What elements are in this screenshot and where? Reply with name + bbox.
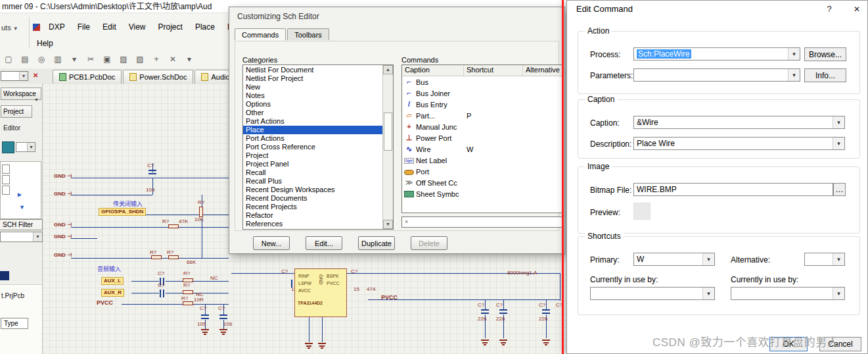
schematic-label: GND	[54, 191, 72, 197]
category-item-options[interactable]: Options	[243, 100, 383, 109]
scroll-down-icon[interactable]: ▼	[383, 220, 393, 229]
tab-commands[interactable]: Commands	[235, 28, 286, 40]
category-item-part-actions[interactable]: Part Actions	[243, 117, 383, 126]
preview-label: Preview:	[590, 208, 620, 217]
category-item-notes[interactable]: Notes	[243, 91, 383, 100]
schematic-label: C?	[147, 163, 154, 169]
bitmap-file-input[interactable]: WIRE.BMP	[633, 183, 833, 196]
bus-joiner-icon	[404, 89, 414, 97]
schematic-label: PVCC	[97, 299, 113, 306]
commands-label: Commands	[401, 56, 438, 64]
bitmap-file-value: WIRE.BMP	[637, 185, 677, 194]
dialog-tabs: CommandsToolbars	[235, 28, 331, 40]
browse-file-button[interactable]: …	[833, 183, 846, 196]
wire-segment	[71, 238, 97, 239]
wire-segment	[179, 258, 229, 259]
description-combo[interactable]: Place Wire	[633, 137, 845, 150]
schematic-label: 106	[223, 321, 232, 328]
command-row-port[interactable]: Port	[402, 166, 562, 177]
primary-shortcut-combo[interactable]: W	[633, 253, 715, 266]
command-row-bus[interactable]: Bus	[402, 76, 562, 88]
category-item-recent-projects[interactable]: Recent Projects	[243, 203, 383, 211]
port-icon	[404, 170, 414, 175]
tab-toolbars[interactable]: Toolbars	[287, 28, 329, 40]
column-header-caption[interactable]: Caption	[402, 65, 464, 76]
command-caption: Bus	[416, 78, 428, 86]
category-item-port-actions[interactable]: Port Actions	[243, 134, 383, 143]
scrollbar[interactable]: ▲ ▼	[382, 65, 393, 229]
schematic-label: 8000hmg1.A	[507, 270, 537, 276]
command-row-sheet-symbc[interactable]: Sheet Symbc	[402, 188, 562, 199]
commands-list[interactable]: CaptionShortcutAlternative BusBus Joiner…	[401, 64, 563, 213]
in-use-alternative-combo[interactable]	[731, 287, 845, 300]
categories-label: Categories	[242, 56, 277, 64]
category-item-refactor[interactable]: Refactor	[243, 211, 383, 220]
category-item-place[interactable]: Place	[243, 126, 383, 134]
category-item-references[interactable]: References	[243, 220, 383, 228]
category-item-recall[interactable]: Recall	[243, 168, 383, 177]
category-item-recall-plus[interactable]: Recall Plus	[243, 177, 383, 186]
close-button[interactable]: ✕	[850, 3, 864, 16]
parameters-combo[interactable]	[633, 68, 800, 82]
column-header-alternative[interactable]: Alternative	[523, 65, 562, 76]
command-row-power-port[interactable]: Power Port	[402, 132, 562, 143]
in-use-primary-combo[interactable]	[590, 287, 715, 300]
command-caption: Sheet Symbc	[416, 190, 459, 198]
duplicate-button[interactable]: Duplicate	[358, 236, 395, 250]
category-item-recent-documents[interactable]: Recent Documents	[243, 194, 383, 203]
wire-segment	[166, 293, 183, 293]
command-row-wire[interactable]: WireW	[402, 143, 562, 155]
primary-shortcut-value: W	[637, 255, 644, 264]
command-row-part[interactable]: Part...P	[402, 110, 562, 121]
new-button[interactable]: New...	[253, 236, 290, 250]
schematic-label: 10K	[194, 216, 204, 223]
ground-symbol	[305, 343, 313, 348]
column-header-shortcut[interactable]: Shortcut	[464, 65, 523, 76]
command-row-bus-entry[interactable]: Bus Entry	[402, 99, 562, 110]
category-item-recent-design-workspaces[interactable]: Recent Design Workspaces	[243, 186, 383, 194]
edit-button[interactable]: Edit...	[306, 236, 342, 250]
command-row-off-sheet-cc[interactable]: Off Sheet Cc	[402, 177, 562, 188]
category-item-netlist-for-document[interactable]: Netlist For Document	[243, 66, 383, 74]
wire-segment	[162, 258, 168, 259]
caption-combo[interactable]: &Wire	[633, 116, 845, 129]
schematic-label: 10R	[194, 297, 204, 303]
capacitor	[219, 315, 227, 319]
categories-list[interactable]: Netlist For DocumentNetlist For ProjectN…	[242, 64, 394, 230]
alternative-shortcut-combo[interactable]	[804, 253, 845, 266]
command-caption-cell: Power Port	[402, 134, 464, 142]
process-combo[interactable]: Sch:PlaceWire	[633, 47, 800, 61]
category-item-project-panel[interactable]: Project Panel	[243, 160, 383, 168]
schematic-label: NC	[210, 275, 218, 282]
bus-icon	[404, 78, 414, 86]
scrollbar-thumb[interactable]	[384, 113, 392, 151]
category-item-port-cross-reference[interactable]: Port Cross Reference	[243, 143, 383, 151]
command-caption: Manual Junc	[416, 123, 457, 131]
category-item-other[interactable]: Other	[243, 109, 383, 117]
info-button[interactable]: Info...	[804, 68, 846, 82]
dialog-title: Edit Command	[576, 4, 633, 14]
browse-button[interactable]: Browse...	[804, 47, 846, 61]
category-item-new[interactable]: New	[243, 83, 383, 91]
category-item-project[interactable]: Project	[243, 151, 383, 160]
commands-filter-input[interactable]: ×	[401, 216, 563, 228]
scroll-up-icon[interactable]: ▲	[383, 65, 393, 74]
schematic-label: 传关闭输入	[113, 201, 143, 207]
chip-pin-label: BSPK	[327, 274, 339, 279]
command-row-net-label[interactable]: Net Label	[402, 155, 562, 166]
wire-segment	[71, 195, 152, 195]
help-button[interactable]: ?	[822, 3, 836, 16]
command-caption: Power Port	[416, 134, 451, 142]
category-item-netlist-for-project[interactable]: Netlist For Project	[243, 74, 383, 83]
schematic-label: R?	[183, 282, 190, 289]
wire-segment	[122, 304, 229, 305]
command-caption-cell: Part...	[402, 111, 464, 120]
command-caption-cell: Wire	[402, 145, 464, 153]
chip-pin-label: RINP	[298, 274, 309, 279]
altium-designer-window: mmer 09 - C:\Users\Admin\Desktop\许工文件\功放…	[0, 0, 868, 354]
caption-value: &Wire	[637, 118, 658, 127]
command-row-bus-joiner[interactable]: Bus Joiner	[402, 88, 562, 99]
schematic-label: AUX_R	[101, 289, 124, 297]
command-row-manual-junc[interactable]: Manual Junc	[402, 121, 562, 132]
schematic-label: 226	[539, 316, 547, 322]
